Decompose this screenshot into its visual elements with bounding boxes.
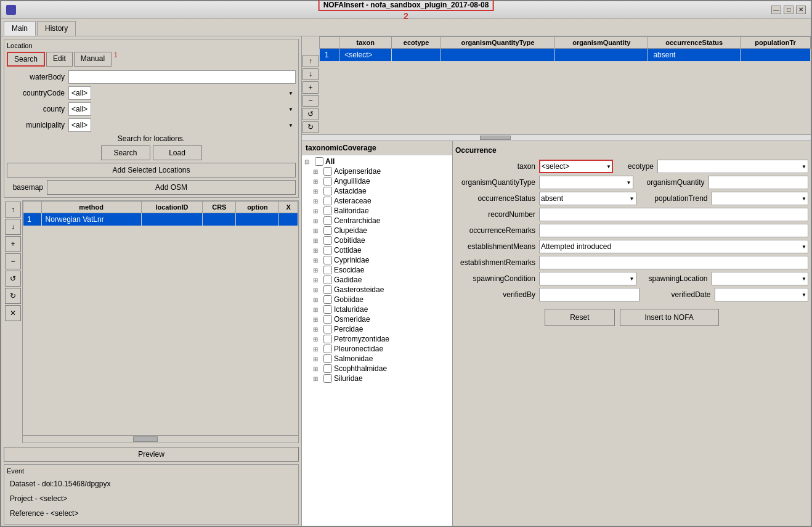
municipality-select[interactable]: <all>: [68, 118, 91, 132]
check-ictaluridae[interactable]: [323, 305, 332, 314]
event-reference[interactable]: Reference - <select>: [7, 507, 296, 520]
occurrence-table-row[interactable]: 1 <select> absent: [320, 49, 811, 62]
check-salmonidae[interactable]: [323, 354, 332, 363]
poptrend-select[interactable]: [712, 192, 809, 205]
expand-scophthalmidae-icon[interactable]: ⊞: [313, 366, 322, 372]
expand-gadidae-icon[interactable]: ⊞: [313, 277, 322, 284]
tab-history[interactable]: History: [37, 21, 76, 36]
check-centrarchidae[interactable]: [323, 216, 332, 225]
check-percidae[interactable]: [323, 325, 332, 333]
expand-ictaluridae-icon[interactable]: ⊞: [313, 306, 322, 313]
oqtype-select[interactable]: [539, 176, 633, 189]
occ-remarks-input[interactable]: [539, 224, 808, 237]
top-table-scroll[interactable]: [302, 134, 811, 141]
spawncond-select[interactable]: [539, 272, 636, 285]
expand-salmonidae-icon[interactable]: ⊞: [313, 356, 322, 362]
expand-pleuronectidae-icon[interactable]: ⊞: [313, 346, 322, 353]
top-remove-button[interactable]: −: [302, 95, 319, 107]
remove-row-button[interactable]: −: [5, 253, 21, 269]
event-project[interactable]: Project - <select>: [7, 492, 296, 505]
estmeans-select[interactable]: Attempted introduced: [539, 240, 808, 253]
undo2-button[interactable]: ↻: [5, 288, 21, 304]
add-osm-button[interactable]: Add OSM: [47, 180, 296, 195]
expand-gobiidae-icon[interactable]: ⊞: [313, 296, 322, 303]
check-anguillidae[interactable]: [323, 177, 332, 186]
spawnloc-select[interactable]: [712, 272, 809, 285]
top-scrollbar-thumb[interactable]: [480, 136, 511, 140]
check-astacidae[interactable]: [323, 187, 332, 195]
check-cottidae[interactable]: [323, 246, 332, 255]
move-down-button[interactable]: ↓: [5, 219, 21, 235]
expand-cottidae-icon[interactable]: ⊞: [313, 247, 322, 254]
ecotype-select[interactable]: [657, 160, 808, 173]
subtab-edit[interactable]: Edit: [46, 52, 73, 67]
top-add-button[interactable]: +: [302, 81, 319, 94]
add-row-button[interactable]: +: [5, 236, 21, 252]
expand-gasterosteidae-icon[interactable]: ⊞: [313, 287, 322, 293]
oqty-input[interactable]: [708, 176, 809, 189]
top-undo2-button[interactable]: ↻: [302, 121, 319, 134]
estremarks-input[interactable]: [539, 256, 808, 269]
expand-balitoridae-icon[interactable]: ⊞: [313, 208, 322, 214]
expand-all-icon[interactable]: ⊟: [304, 158, 313, 165]
expand-petromyzontidae-icon[interactable]: ⊞: [313, 336, 322, 343]
check-esocidae[interactable]: [323, 266, 332, 274]
preview-button[interactable]: Preview: [4, 447, 299, 462]
check-balitoridae[interactable]: [323, 206, 332, 215]
check-gadidae[interactable]: [323, 276, 332, 284]
top-undo1-button[interactable]: ↺: [302, 108, 319, 120]
expand-cyprinidae-icon[interactable]: ⊞: [313, 257, 322, 264]
waterbody-input[interactable]: [68, 70, 296, 84]
check-clupeidae[interactable]: [323, 226, 332, 235]
verifieddate-select[interactable]: [715, 288, 809, 301]
undo1-button[interactable]: ↺: [5, 271, 21, 287]
table-scrollbar-h[interactable]: [23, 435, 298, 443]
move-up-button[interactable]: ↑: [5, 202, 21, 218]
countrycode-select[interactable]: <all>: [68, 86, 91, 100]
insert-nofa-button[interactable]: Insert to NOFA: [620, 309, 719, 326]
expand-osmeridae-icon[interactable]: ⊞: [313, 316, 322, 323]
status-select[interactable]: absent: [539, 192, 636, 205]
check-all[interactable]: [315, 157, 323, 166]
expand-siluridae-icon[interactable]: ⊞: [313, 375, 322, 382]
expand-acipenseridae-icon[interactable]: ⊞: [313, 168, 322, 175]
top-move-down-button[interactable]: ↓: [302, 68, 319, 81]
expand-clupeidae-icon[interactable]: ⊞: [313, 227, 322, 234]
check-gobiidae[interactable]: [323, 295, 332, 304]
check-cyprinidae[interactable]: [323, 256, 332, 264]
expand-esocidae-icon[interactable]: ⊞: [313, 267, 322, 274]
scrollbar-thumb[interactable]: [133, 436, 158, 442]
subtab-manual[interactable]: Manual: [74, 52, 112, 67]
check-pleuronectidae[interactable]: [323, 345, 332, 353]
reset-button[interactable]: Reset: [545, 309, 614, 326]
load-button[interactable]: Load: [153, 145, 202, 160]
check-cobitidae[interactable]: [323, 236, 332, 245]
search-button[interactable]: Search: [101, 145, 150, 160]
county-select[interactable]: <all>: [68, 102, 91, 116]
minimize-button[interactable]: —: [771, 6, 781, 14]
expand-astacidae-icon[interactable]: ⊞: [313, 188, 322, 195]
recordnum-input[interactable]: [539, 208, 808, 221]
taxon-select[interactable]: <select>: [539, 160, 613, 173]
tab-main[interactable]: Main: [4, 21, 36, 36]
expand-asteraceae-icon[interactable]: ⊞: [313, 198, 322, 205]
check-gasterosteidae[interactable]: [323, 285, 332, 294]
check-osmeridae[interactable]: [323, 315, 332, 324]
expand-anguillidae-icon[interactable]: ⊞: [313, 178, 322, 185]
close-button[interactable]: ✕: [796, 6, 806, 14]
expand-cobitidae-icon[interactable]: ⊞: [313, 237, 322, 244]
table-row[interactable]: 1 Norwegian VatLnr: [23, 213, 298, 226]
check-asteraceae[interactable]: [323, 197, 332, 205]
check-petromyzontidae[interactable]: [323, 335, 332, 343]
expand-centrarchidae-icon[interactable]: ⊞: [313, 218, 322, 224]
check-scophthalmidae[interactable]: [323, 364, 332, 373]
verifiedby-input[interactable]: [539, 288, 639, 301]
top-move-up-button[interactable]: ↑: [302, 55, 319, 67]
close-table-button[interactable]: ✕: [5, 305, 21, 321]
subtab-search[interactable]: Search: [7, 52, 45, 67]
maximize-button[interactable]: □: [784, 6, 794, 14]
add-selected-locations-button[interactable]: Add Selected Locations: [7, 163, 296, 178]
check-siluridae[interactable]: [323, 374, 332, 383]
expand-percidae-icon[interactable]: ⊞: [313, 326, 322, 333]
check-acipenseridae[interactable]: [323, 167, 332, 176]
